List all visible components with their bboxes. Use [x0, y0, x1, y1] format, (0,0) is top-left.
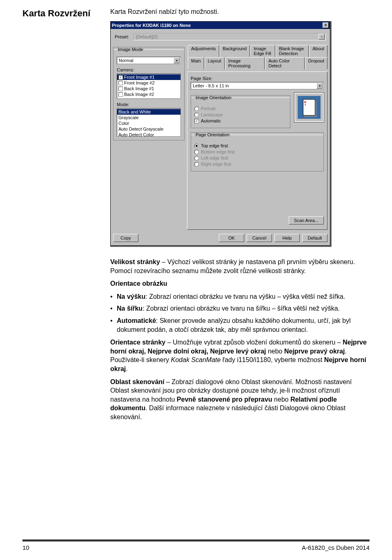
- body-text: Velikost stránky – Výchozí velikost strá…: [110, 258, 370, 422]
- checkbox-icon[interactable]: [118, 92, 123, 97]
- list-item[interactable]: ✓Front Image #1: [117, 74, 180, 80]
- tab-layout[interactable]: Layout: [205, 57, 225, 69]
- check-automatic[interactable]: ✓Automatic: [194, 118, 287, 123]
- text: .: [126, 365, 127, 372]
- radio-icon: [194, 107, 199, 111]
- screenshot: Properties for KODAK i1180 on None × Pre…: [110, 21, 332, 247]
- tab-about[interactable]: About: [309, 45, 327, 57]
- tab-adjustments[interactable]: Adjustments: [188, 45, 219, 57]
- subheading: Orientace obrázku: [110, 279, 370, 288]
- dialog-window: Properties for KODAK i1180 on None × Pre…: [110, 21, 330, 246]
- dialog-button-row: Copy OK Cancel Help Default: [113, 234, 327, 242]
- radio-icon: [194, 113, 199, 117]
- text: řady i1150/i1180, vyberte možnost: [220, 356, 324, 363]
- page-size-label: Page Size:: [191, 76, 324, 81]
- scan-area-button[interactable]: Scan Area...: [289, 216, 324, 224]
- page-number: 10: [22, 544, 29, 551]
- radio-right-edge: Right edge first: [194, 162, 320, 167]
- term: Oblast skenování: [110, 378, 165, 385]
- tab-panel-layout: Page Size: Letter - 8.5 x 11 in ▾ Image …: [187, 71, 327, 230]
- list-item[interactable]: Black and White: [117, 109, 180, 115]
- help-button[interactable]: Help: [274, 234, 300, 242]
- image-orientation-legend: Image Orientation: [194, 95, 232, 100]
- radio-top-edge[interactable]: Top edge first: [194, 143, 320, 148]
- orientation-preview: R?: [294, 93, 324, 122]
- checkbox-icon[interactable]: [118, 87, 123, 91]
- text: : Zobrazí orientaci obrázku ve tvaru na …: [143, 305, 340, 312]
- mode-label: Mode:: [117, 102, 181, 107]
- list-item[interactable]: Front Image #2: [117, 80, 180, 86]
- tab-main[interactable]: Main: [188, 57, 204, 69]
- page-footer: 10 A-61820_cs Duben 2014: [22, 540, 370, 551]
- product-name: Kodak ScanMate: [171, 356, 221, 363]
- preset-label: Preset:: [115, 34, 129, 39]
- page-preview-icon: R?: [303, 99, 315, 116]
- preset-value: [Default][2]: [136, 34, 158, 39]
- tab-background[interactable]: Background: [220, 45, 250, 57]
- radio-icon: [194, 150, 199, 154]
- checkbox-icon[interactable]: ✓: [118, 75, 123, 80]
- image-mode-select[interactable]: Normal ▾: [117, 57, 181, 64]
- text: – Umožňuje vybrat způsob vložení dokumen…: [165, 339, 343, 346]
- image-mode-group: Image Mode Normal ▾ Camera: ✓Front Image…: [113, 47, 185, 140]
- list-item[interactable]: Auto Detect Grayscale: [117, 126, 180, 132]
- radio-left-edge: Left edge first: [194, 156, 320, 160]
- close-icon[interactable]: ×: [323, 22, 329, 28]
- radio-icon[interactable]: [194, 144, 199, 148]
- image-mode-legend: Image Mode: [117, 47, 144, 52]
- term: Orientace stránky: [110, 339, 165, 346]
- mode-listbox[interactable]: Black and White Grayscale Color Auto Det…: [117, 108, 181, 137]
- tab-dropout[interactable]: Dropout: [305, 57, 327, 69]
- radio-icon: [194, 156, 199, 160]
- intro-text: Karta Rozvržení nabízí tyto možnosti.: [110, 8, 370, 16]
- image-orientation-group: Image Orientation Portrait Landscape ✓Au…: [191, 95, 290, 128]
- camera-label: Camera:: [117, 67, 181, 72]
- chevron-down-icon[interactable]: ▾: [318, 34, 325, 40]
- term: Na výšku: [117, 293, 145, 300]
- camera-listbox[interactable]: ✓Front Image #1 Front Image #2 Back Imag…: [117, 73, 181, 99]
- list-item[interactable]: Auto Detect Color: [117, 132, 180, 138]
- chevron-down-icon[interactable]: ▾: [174, 58, 180, 63]
- checkbox-icon[interactable]: [118, 81, 123, 85]
- radio-bottom-edge: Bottom edge first: [194, 149, 320, 154]
- window-title: Properties for KODAK i1180 on None: [112, 23, 191, 28]
- term: Velikost stránky: [110, 258, 160, 265]
- term: Nejprve pravý okraj: [284, 348, 345, 355]
- tab-image-processing[interactable]: Image Processing: [225, 57, 265, 69]
- page-orientation-group: Page Orientation Top edge first Bottom e…: [191, 132, 324, 171]
- list-item[interactable]: Back Image #1: [117, 86, 180, 91]
- section-heading: Karta Rozvržení: [22, 8, 94, 426]
- text: . Další informace naleznete v následujíc…: [110, 404, 345, 420]
- term: Automatické: [117, 317, 156, 324]
- preset-dropdown[interactable]: [Default][2] ▾: [133, 33, 326, 40]
- default-button[interactable]: Default: [302, 234, 327, 242]
- term: Na šířku: [117, 305, 143, 312]
- doc-id: A-61820_cs Duben 2014: [302, 544, 370, 551]
- list-item[interactable]: Grayscale: [117, 115, 180, 120]
- tab-strip: Adjustments Background Image Edge Fill B…: [187, 44, 327, 69]
- radio-landscape: Landscape: [194, 112, 287, 117]
- radio-portrait: Portrait: [194, 106, 287, 111]
- text: nebo: [266, 348, 284, 355]
- chevron-down-icon[interactable]: ▾: [316, 83, 323, 89]
- list-item[interactable]: Color: [117, 120, 180, 126]
- titlebar: Properties for KODAK i1180 on None ×: [111, 22, 330, 29]
- tab-image-edge-fill[interactable]: Image Edge Fill: [250, 45, 275, 57]
- text: nebo: [272, 396, 290, 403]
- tab-auto-color-detect[interactable]: Auto Color Detect: [265, 57, 304, 69]
- list-item[interactable]: Back Image #2: [117, 91, 180, 97]
- page-orientation-legend: Page Orientation: [194, 132, 231, 137]
- page-size-select[interactable]: Letter - 8.5 x 11 in ▾: [191, 82, 324, 89]
- copy-button[interactable]: Copy: [113, 234, 138, 242]
- ok-button[interactable]: OK: [219, 234, 244, 242]
- checkbox-icon[interactable]: ✓: [194, 119, 199, 123]
- radio-icon: [194, 162, 199, 167]
- term: Pevně stanovené pro přepravu: [177, 396, 272, 403]
- tab-blank-image[interactable]: Blank Image Detection: [276, 45, 309, 57]
- cancel-button[interactable]: Cancel: [247, 234, 272, 242]
- image-mode-value: Normal: [119, 58, 133, 63]
- text: : Zobrazí orientaci obrázku ve tvaru na …: [145, 293, 345, 300]
- page-size-value: Letter - 8.5 x 11 in: [193, 83, 229, 88]
